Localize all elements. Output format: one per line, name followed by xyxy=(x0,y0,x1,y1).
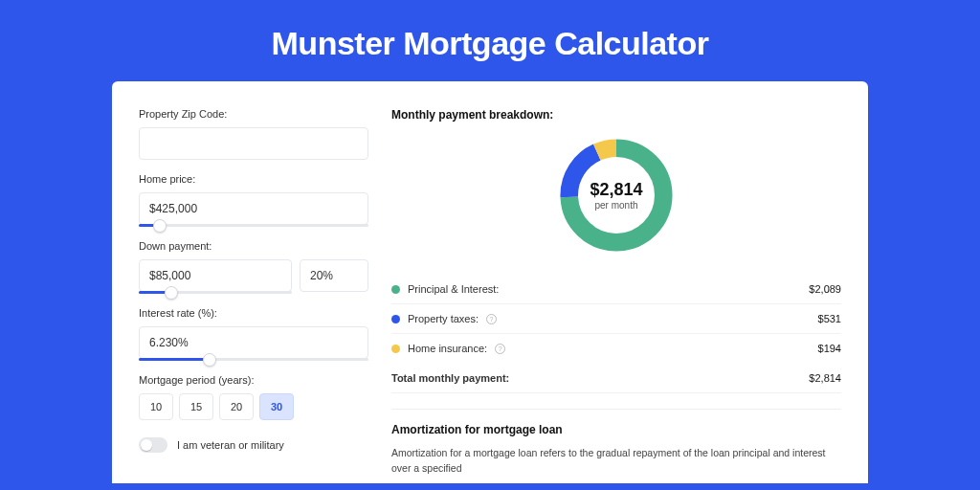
breakdown-column: Monthly payment breakdown: $2,814 per mo… xyxy=(391,108,841,483)
calculator-panel: Property Zip Code: Home price: Down paym… xyxy=(112,81,868,483)
legend-row: Property taxes:?$531 xyxy=(391,304,841,334)
legend-dot xyxy=(391,315,400,323)
down-payment-label: Down payment: xyxy=(139,240,368,252)
interest-rate-label: Interest rate (%): xyxy=(139,307,368,319)
legend-row: Principal & Interest:$2,089 xyxy=(391,275,841,304)
amortization-text: Amortization for a mortgage loan refers … xyxy=(391,446,841,477)
home-price-slider[interactable] xyxy=(139,224,368,227)
interest-rate-field-group: Interest rate (%): xyxy=(139,307,368,361)
form-column: Property Zip Code: Home price: Down paym… xyxy=(139,108,368,483)
slider-thumb[interactable] xyxy=(203,353,216,367)
home-price-field-group: Home price: xyxy=(139,173,368,227)
mortgage-period-label: Mortgage period (years): xyxy=(139,374,368,386)
interest-rate-input[interactable] xyxy=(139,326,368,359)
legend-value: $531 xyxy=(818,313,841,324)
total-label: Total monthly payment: xyxy=(391,372,509,384)
legend-label: Home insurance: xyxy=(408,343,487,354)
total-value: $2,814 xyxy=(809,372,841,384)
donut-center-amount: $2,814 xyxy=(590,180,642,200)
slider-thumb[interactable] xyxy=(153,219,167,233)
breakdown-legend: Principal & Interest:$2,089Property taxe… xyxy=(391,275,841,363)
amortization-section: Amortization for mortgage loan Amortizat… xyxy=(391,409,841,477)
legend-dot xyxy=(391,285,400,294)
legend-dot xyxy=(391,345,400,353)
mortgage-period-options: 10152030 xyxy=(139,393,368,420)
info-icon[interactable]: ? xyxy=(486,314,497,324)
donut-chart: $2,814 per month xyxy=(391,133,841,257)
legend-label: Principal & Interest: xyxy=(408,283,499,295)
legend-value: $2,089 xyxy=(809,283,841,295)
zip-input[interactable] xyxy=(139,127,368,160)
home-price-input[interactable] xyxy=(139,192,368,225)
zip-label: Property Zip Code: xyxy=(139,108,368,120)
donut-center-sub: per month xyxy=(594,200,637,211)
down-payment-pct-input[interactable] xyxy=(300,259,368,292)
mortgage-period-option-20[interactable]: 20 xyxy=(219,393,254,420)
breakdown-title: Monthly payment breakdown: xyxy=(391,108,841,122)
mortgage-period-option-10[interactable]: 10 xyxy=(139,393,173,420)
home-price-label: Home price: xyxy=(139,173,368,185)
zip-field-group: Property Zip Code: xyxy=(139,108,368,160)
veteran-toggle-label: I am veteran or military xyxy=(177,439,284,451)
page-title: Munster Mortgage Calculator xyxy=(0,0,980,81)
info-icon[interactable]: ? xyxy=(495,344,505,354)
slider-thumb[interactable] xyxy=(165,286,178,300)
legend-label: Property taxes: xyxy=(408,313,479,324)
mortgage-period-option-30[interactable]: 30 xyxy=(259,393,294,420)
down-payment-amount-input[interactable] xyxy=(139,259,292,292)
veteran-toggle-row: I am veteran or military xyxy=(139,437,368,453)
legend-value: $194 xyxy=(818,343,841,354)
interest-rate-slider[interactable] xyxy=(139,358,368,361)
down-payment-field-group: Down payment: xyxy=(139,240,368,294)
down-payment-slider[interactable] xyxy=(139,291,292,294)
veteran-toggle[interactable] xyxy=(139,437,167,453)
legend-row: Home insurance:?$194 xyxy=(391,334,841,363)
mortgage-period-field-group: Mortgage period (years): 10152030 xyxy=(139,374,368,420)
amortization-title: Amortization for mortgage loan xyxy=(391,423,841,436)
total-row: Total monthly payment: $2,814 xyxy=(391,363,841,393)
mortgage-period-option-15[interactable]: 15 xyxy=(179,393,213,420)
